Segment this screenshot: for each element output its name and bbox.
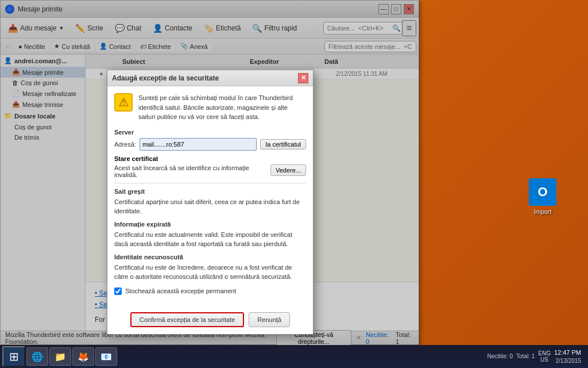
taskbar: ⊞ 🌐 📁 🦊 📧 Necitite: 0 Total: 1 ENGUS 12:… [0,345,588,368]
taskbar-explorer-item[interactable]: 📁 [49,347,71,366]
view-cert-button[interactable]: Vedere... [270,164,306,176]
dialog-title-text: Adaugă excepție de la securitate [112,74,219,82]
firefox-icon: 🦊 [78,351,89,362]
taskbar-ie-item[interactable]: 🌐 [26,347,48,366]
locale-label: ENGUS [538,350,551,363]
time-display: 12:47 PM [554,348,581,356]
checkbox-row: Stochează această excepție permanent [114,288,306,295]
wrong-site-text: Certificatul aparține unui sait diferit,… [114,197,306,216]
tb-taskbar-icon: 📧 [100,351,112,362]
warning-text: Sunteți pe cale să schimbați modul în ca… [138,93,306,122]
expired-title: Informație expirată [114,221,306,228]
outlook-icon: O [529,178,556,206]
expired-text: Certificatul nu este actualmente valid. … [114,230,306,249]
explorer-icon: 📁 [55,351,66,362]
separator1 [114,183,306,183]
cert-status-title: Stare certificat [114,155,306,162]
address-label: Adresă: [114,141,136,148]
wrong-site-section: Sait greșit Certificatul aparține unui s… [114,188,306,216]
outlook-icon-label: Import [533,208,551,215]
ie-icon: 🌐 [32,351,43,362]
clock: 12:47 PM 2/13/2015 [554,348,581,364]
cert-status-text: Acest sait încearcă să se identifice cu … [114,164,267,178]
dialog-footer: Confirmă excepția de la securitate Renun… [107,308,313,334]
warning-icon: ⚠ [114,93,133,112]
unknown-section: Identitate necunoscută Certificatul nu e… [114,254,306,282]
dialog-overlay: Adaugă excepție de la securitate ✕ ⚠ Sun… [1,1,420,346]
checkbox-label: Stochează această excepție permanent [125,288,236,294]
start-button[interactable]: ⊞ [2,346,25,367]
desktop: O Import Mesaje primite — □ ✕ 📥 Adu mesa… [0,0,588,368]
taskbar-firefox-item[interactable]: 🦊 [72,347,94,366]
confirm-exception-button[interactable]: Confirmă excepția de la securitate [130,312,244,327]
unknown-title: Identitate necunoscută [114,254,306,260]
dialog-close-button[interactable]: ✕ [298,73,308,83]
thunderbird-window: Mesaje primite — □ ✕ 📥 Adu mesaje ▼ ✏️ S… [0,0,419,345]
address-input[interactable] [140,138,257,151]
dialog-title-bar: Adaugă excepție de la securitate ✕ [107,70,313,86]
date-display: 2/13/2015 [554,357,581,365]
server-section-title: Server [114,129,306,136]
cert-status-row: Acest sait încearcă să se identifice cu … [114,164,306,178]
total-tray: Total: 1 [516,353,535,359]
unknown-text: Certificatul nu este de încredere, deoar… [114,263,306,282]
wrong-site-title: Sait greșit [114,188,306,195]
security-exception-dialog: Adaugă excepție de la securitate ✕ ⚠ Sun… [107,70,314,335]
dialog-body: ⚠ Sunteți pe cale să schimbați modul în … [107,86,313,308]
unread-tray: Necitite: 0 [488,353,513,359]
permanent-exception-checkbox[interactable] [114,288,122,295]
warning-section: ⚠ Sunteți pe cale să schimbați modul în … [114,93,306,122]
cert-status-section: Stare certificat Acest sait încearcă să … [114,155,306,178]
address-row: Adresă: Ia certificatul [114,138,306,151]
taskbar-thunderbird-item[interactable]: 📧 [95,347,117,366]
cancel-button[interactable]: Renunță [249,312,290,327]
outlook-desktop-icon[interactable]: O Import [529,178,556,215]
system-tray: Necitite: 0 Total: 1 ENGUS 12:47 PM 2/13… [483,348,586,364]
get-cert-button[interactable]: Ia certificatul [260,139,306,150]
expired-section: Informație expirată Certificatul nu este… [114,221,306,249]
server-section: Server Adresă: Ia certificatul [114,129,306,151]
